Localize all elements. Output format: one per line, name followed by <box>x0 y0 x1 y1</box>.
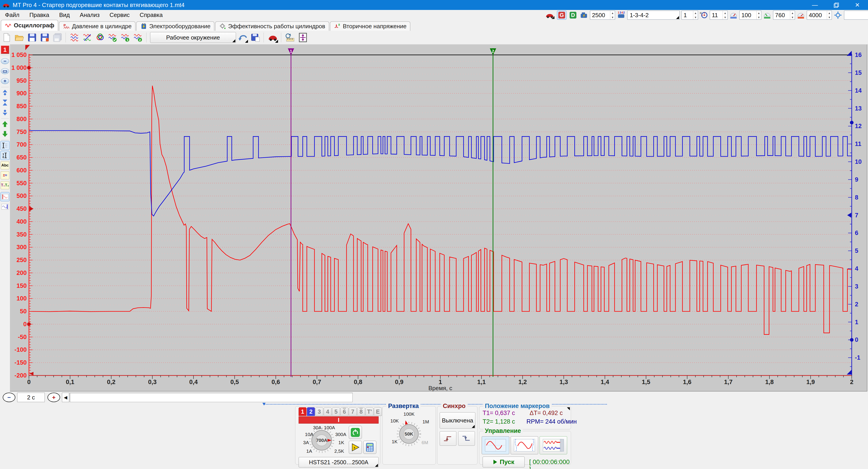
rpm-spinner[interactable]: 2500 ▲▼ <box>590 11 615 20</box>
time-zoom-out-button[interactable]: − <box>3 393 16 402</box>
move-trace-down-button[interactable] <box>0 108 9 117</box>
menu-view[interactable]: Вид <box>54 10 75 20</box>
redline-spinner[interactable]: 4000 ▲▼ <box>807 11 832 20</box>
undo-button[interactable] <box>237 32 249 43</box>
spinner-arrows[interactable]: ▲▼ <box>723 11 727 20</box>
vehicle-card-button[interactable] <box>267 32 279 43</box>
scope-mode-button[interactable] <box>482 436 509 454</box>
new-file-button[interactable] <box>1 32 13 43</box>
menu-file[interactable]: Файл <box>0 10 24 20</box>
save-as-button[interactable] <box>39 32 51 43</box>
offset-button[interactable]: ±≈ <box>0 171 9 180</box>
workspace-dropdown-button[interactable]: Рабочее окружение <box>150 32 236 43</box>
channel-mode-bar[interactable]: I <box>299 416 379 424</box>
time-zoom-in-button[interactable]: + <box>48 393 60 402</box>
abc-icon: Abc <box>1 161 9 169</box>
shift-up-button[interactable] <box>0 120 9 129</box>
save-report-button[interactable] <box>250 32 261 43</box>
tab-secondary-voltage[interactable]: II Вторичное напряжение <box>330 22 410 31</box>
channel-tab-5[interactable]: 5 <box>332 407 340 416</box>
zero-levels-toggle[interactable]: 10 <box>0 151 9 160</box>
popup-corner[interactable] <box>567 407 570 410</box>
panel-splitter[interactable] <box>264 404 607 405</box>
scale-grid-toggle[interactable] <box>0 141 9 150</box>
channel-tab-4[interactable]: 4 <box>324 407 332 416</box>
menu-service[interactable]: Сервис <box>105 10 135 20</box>
compress-scale-button[interactable] <box>297 32 309 43</box>
hide-traces-button[interactable] <box>82 32 93 43</box>
spinner-arrows[interactable]: ▲▼ <box>693 11 698 20</box>
labels-button[interactable]: Abc <box>0 161 9 170</box>
channel-tab-1[interactable]: 1 <box>299 407 307 416</box>
channel-tab-3[interactable]: 3 <box>315 407 323 416</box>
fuel-gasoline-button[interactable]: G <box>557 11 566 20</box>
rising-edge-button[interactable] <box>440 431 456 446</box>
minimize-button[interactable]: — <box>804 0 826 10</box>
cylinder-spinner[interactable]: 1 ▲▼ <box>682 11 698 20</box>
sync-mode-button[interactable]: Выключена <box>440 412 475 429</box>
spinner-arrows[interactable]: ▲▼ <box>610 11 615 20</box>
tab-oscilloscope[interactable]: Осциллограф <box>1 20 58 31</box>
spinner-arrows[interactable]: ▲▼ <box>827 11 832 20</box>
channel-tab-t[interactable]: T' <box>366 407 373 416</box>
channel-calculator-button[interactable] <box>363 441 376 454</box>
recorder-mode-button[interactable] <box>539 436 567 454</box>
channel2-visibility-toggle[interactable] <box>0 202 9 211</box>
shift-down-button[interactable] <box>0 129 9 138</box>
tab-cylinder-pressure[interactable]: Px Давление в цилиндре <box>59 22 135 31</box>
channel-tab-2[interactable]: 2 <box>307 407 315 416</box>
menu-help[interactable]: Справка <box>135 10 168 20</box>
pressure-spinner[interactable]: 760 ▲▼ <box>773 11 795 20</box>
tab-electrical[interactable]: Электрооборудование <box>136 22 214 31</box>
scroll-left-button[interactable]: ◀ <box>62 393 69 402</box>
wave-slot1-button[interactable]: 1 <box>120 32 131 43</box>
close-button[interactable]: ✕ <box>847 0 868 10</box>
angle-spinner[interactable]: 11 ▲▼ <box>710 11 727 20</box>
firing-order-combo[interactable]: 1-3-4-2 <box>627 11 680 20</box>
frame-mode-button[interactable] <box>510 436 538 454</box>
range-30a: 30A <box>313 425 321 430</box>
sensor-select-button[interactable]: HSTS21 -2500…2500A <box>299 457 379 467</box>
zoom-fit-vertical-button[interactable]: ▭ <box>0 67 9 76</box>
channel-tab-6[interactable]: 6 <box>340 407 348 416</box>
map-spinner[interactable]: 100 ▲▼ <box>739 11 761 20</box>
channel-probe-button[interactable]: x <box>349 441 362 454</box>
zoom-in-vertical-button[interactable]: + <box>0 76 9 86</box>
vehicle-menu-button[interactable] <box>544 11 555 20</box>
wave-accept-button[interactable] <box>107 32 119 43</box>
rpm-readout: RPM= 244 об/мин <box>526 418 577 425</box>
restore-button[interactable] <box>826 0 847 10</box>
measure-ruler-button[interactable] <box>284 32 296 43</box>
menu-analysis[interactable]: Анализ <box>75 10 105 20</box>
preset-combo[interactable] <box>844 11 868 20</box>
spinner-arrows[interactable]: ▲▼ <box>756 11 761 20</box>
channel-tab-7[interactable]: 7 <box>349 407 357 416</box>
center-traces-button[interactable] <box>0 98 9 107</box>
channel1-visibility-toggle[interactable] <box>0 192 9 201</box>
channel-tab-8[interactable]: 8 <box>357 407 365 416</box>
tab-cylinder-efficiency[interactable]: Эффективность работы цилиндров <box>215 22 329 31</box>
phase-diagram-button[interactable] <box>94 32 106 43</box>
spinner-arrows[interactable]: ▲▼ <box>790 11 795 20</box>
channel-power-button[interactable] <box>349 426 362 439</box>
sweep-6m: 6M <box>422 440 428 445</box>
save-all-button[interactable] <box>52 32 63 43</box>
fuel-diesel-button[interactable]: D <box>568 11 578 20</box>
time-markers-button[interactable]: T₁T₂ <box>0 181 9 190</box>
show-all-traces-button[interactable] <box>69 32 81 43</box>
falling-edge-button[interactable] <box>458 431 475 446</box>
main-toolbar: 1 2 Рабочее окружение <box>0 31 868 44</box>
gasoline-icon: G <box>558 12 565 19</box>
save-button[interactable] <box>26 32 38 43</box>
zoom-out-vertical-button[interactable]: − <box>0 57 9 66</box>
time-scrollbar-track[interactable] <box>70 393 352 402</box>
t2-label: T2= <box>483 418 493 425</box>
menu-edit[interactable]: Правка <box>24 10 54 20</box>
active-channel-indicator[interactable]: 1 <box>0 45 9 54</box>
open-file-button[interactable] <box>13 32 25 43</box>
channel-tab-e[interactable]: E <box>374 407 382 416</box>
move-trace-up-button[interactable] <box>0 88 9 97</box>
wave-slot2-button[interactable]: 2 <box>132 32 144 43</box>
start-button[interactable]: Пуск <box>483 457 525 467</box>
sine-wave-icon <box>5 22 12 29</box>
